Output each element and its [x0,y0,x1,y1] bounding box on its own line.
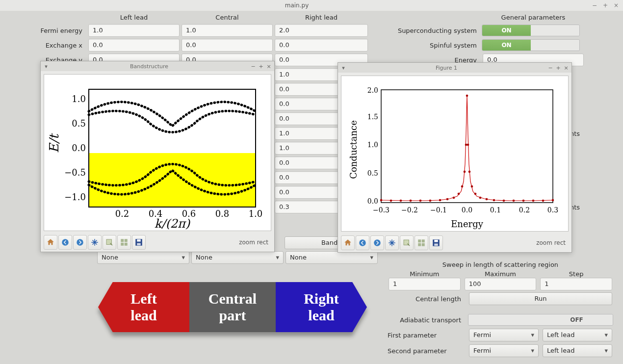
param-input[interactable]: 0.0 [275,39,368,52]
forward-icon[interactable] [73,235,87,250]
svg-text:0.4: 0.4 [149,208,163,219]
col-header-central: Central [181,13,274,22]
back-icon[interactable] [356,235,369,250]
param-input[interactable]: 0.0 [88,39,180,52]
svg-text:0.6: 0.6 [182,208,196,219]
first-param-select-1[interactable]: Fermi [469,329,539,341]
param-input[interactable]: 2.0 [275,24,368,37]
sweep-min-input[interactable]: 1 [389,278,461,290]
svg-rect-20 [125,243,128,246]
svg-point-52 [466,95,468,97]
svg-point-49 [461,185,464,188]
svg-rect-23 [137,243,141,246]
svg-point-64 [542,200,545,202]
zoom-icon[interactable] [103,235,116,250]
svg-point-62 [522,200,525,202]
save-icon[interactable] [132,235,146,250]
window-title: main.py [3,2,591,9]
minimize-icon[interactable]: − [250,63,257,70]
figure1-plot[interactable]: Conductance Energy −0.3 −0.2 −0.1 0.0 0.… [341,76,569,232]
maximize-icon[interactable]: + [555,65,562,71]
svg-text:−0.3: −0.3 [373,206,389,214]
svg-rect-19 [121,243,124,246]
sweep-step-input[interactable]: 1 [540,278,612,290]
svg-point-56 [474,193,477,195]
titlebar[interactable]: ▾ Figure 1 − + × [338,63,571,73]
figure1-window[interactable]: ▾ Figure 1 − + × Conductance Energy −0.3… [337,62,572,253]
svg-rect-74 [434,240,438,242]
svg-point-41 [400,200,402,202]
svg-text:−0.5: −0.5 [64,167,86,178]
svg-text:−0.1: −0.1 [430,206,447,214]
pan-icon[interactable] [385,235,399,250]
maximize-icon[interactable]: + [258,63,264,70]
menu-icon[interactable]: ▾ [340,65,347,71]
minimize-icon[interactable]: − [591,2,598,9]
svg-text:1.0: 1.0 [72,94,86,104]
spinful-toggle[interactable]: ON [482,39,580,51]
svg-point-14 [62,239,69,246]
svg-text:1.0: 1.0 [367,141,378,149]
central-length-label: Central length [388,295,466,303]
svg-text:1.0: 1.0 [249,208,263,219]
pan-icon[interactable] [88,235,102,250]
sweep-max-input[interactable]: 100 [465,278,537,290]
svg-text:−1.0: −1.0 [64,192,86,202]
home-icon[interactable] [44,235,57,250]
menu-icon[interactable]: ▾ [43,63,50,70]
svg-rect-71 [418,243,421,246]
subplots-icon[interactable] [415,235,428,250]
param-input[interactable]: 0.0 [182,39,273,52]
close-icon[interactable]: × [612,2,620,9]
back-icon[interactable] [58,235,72,250]
svg-point-58 [486,198,488,201]
toolbar-status: zoom rect [536,239,569,246]
svg-point-65 [552,199,554,202]
svg-point-66 [359,239,366,246]
home-icon[interactable] [341,235,355,250]
close-icon[interactable]: × [265,63,272,70]
second-param-select-2[interactable]: Left lead [543,344,612,357]
svg-text:0.8: 0.8 [215,208,230,219]
minimize-icon[interactable]: − [547,65,554,71]
first-param-select-2[interactable]: Left lead [543,329,612,341]
superconducting-label: Superconducting system [389,27,482,34]
svg-text:Conductance: Conductance [348,120,359,179]
sweep-panel: Sweep in length of scattering region Min… [388,261,613,357]
run-button[interactable]: Run [469,292,612,305]
superconducting-toggle[interactable]: ON [482,25,580,36]
dropdown-central[interactable]: None [191,251,284,264]
svg-text:0.0: 0.0 [367,197,378,205]
param-input[interactable]: 1.0 [88,24,180,37]
svg-point-55 [471,185,473,188]
close-icon[interactable]: × [563,65,570,71]
svg-point-15 [77,239,83,246]
save-icon[interactable] [429,235,443,250]
titlebar[interactable]: ▾ Bandstructure − + × [41,61,274,71]
svg-point-59 [493,199,495,202]
bandstructure-plot[interactable]: E/t k/(2π) 1.0 0.5 0.0 −0.5 −1.0 0.2 0.4… [44,74,271,231]
zoom-icon[interactable] [400,235,414,250]
svg-text:0.0: 0.0 [462,206,472,214]
param-input[interactable]: 1.0 [182,24,273,37]
adiabatic-toggle[interactable]: OFF [468,314,613,326]
second-param-select-1[interactable]: Fermi [469,344,539,357]
param-label: Fermi energy [4,27,87,34]
dropdown-right[interactable]: None [286,251,378,264]
svg-text:−0.2: −0.2 [401,206,418,214]
svg-rect-75 [434,244,438,246]
bandstructure-window[interactable]: ▾ Bandstructure − + × E/t k/(2π) 1.0 0.5 [40,61,275,252]
forward-icon[interactable] [370,235,384,250]
svg-rect-17 [121,239,124,242]
subplots-icon[interactable] [117,235,131,250]
svg-point-39 [380,199,383,202]
spinful-label: Spinful system [389,42,482,49]
titlebar[interactable]: main.py − + × [0,0,623,11]
svg-point-67 [374,239,381,246]
dropdown-left[interactable]: None [97,251,189,264]
svg-point-48 [458,193,460,195]
second-param-label: Second parameter [388,347,466,355]
svg-point-50 [464,171,466,173]
maximize-icon[interactable]: + [601,2,609,9]
svg-text:Energy: Energy [451,219,484,229]
